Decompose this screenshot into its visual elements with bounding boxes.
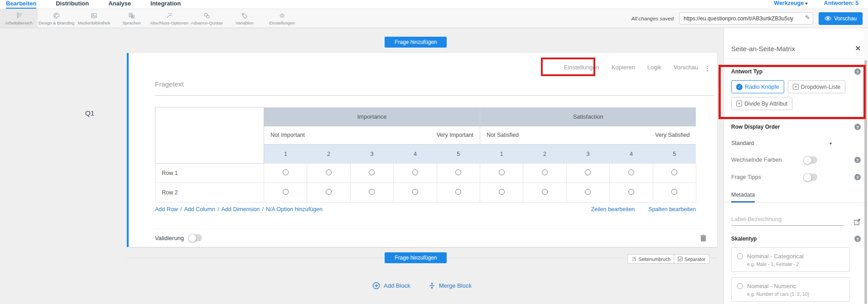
matrix-row-2: Row 2 bbox=[155, 183, 696, 203]
label-designation-input[interactable] bbox=[731, 214, 844, 226]
merge-block-button[interactable]: Merge Block bbox=[429, 282, 472, 290]
preview-button[interactable]: Vorschau bbox=[819, 12, 863, 25]
toolbar-item-medienbibliothek[interactable]: Medienbibliothek bbox=[75, 9, 113, 28]
tab-metadata[interactable]: Metadata bbox=[731, 192, 755, 203]
scale-point: 2 bbox=[307, 145, 350, 164]
page-break-button[interactable]: Seitenumbruch bbox=[627, 254, 675, 264]
matrix-radio[interactable] bbox=[412, 189, 418, 195]
toolbar-item-einstellungen[interactable]: Einstellungen bbox=[263, 9, 301, 28]
panel-title: Seite-an-Seite-Matrix bbox=[731, 45, 795, 53]
survey-url-input[interactable] bbox=[679, 12, 813, 24]
matrix-radio[interactable] bbox=[455, 169, 461, 175]
edit-columns-link[interactable]: Spalten bearbeiten bbox=[648, 206, 696, 212]
separator-button[interactable]: Separator bbox=[674, 254, 709, 264]
question-logic-link[interactable]: Logik bbox=[647, 64, 661, 71]
toolbar-item-arbeitsbereich[interactable]: Arbeitsbereich bbox=[0, 9, 38, 28]
help-icon[interactable]: ? bbox=[854, 236, 861, 242]
matrix-radio[interactable] bbox=[628, 169, 634, 175]
na-option-link[interactable]: N/A Option hinzufügen bbox=[266, 206, 323, 212]
block-actions: Add Block Merge Block bbox=[127, 282, 717, 290]
gear-icon bbox=[278, 12, 286, 19]
matrix-radio[interactable] bbox=[369, 189, 375, 195]
matrix-corner-cell bbox=[155, 107, 264, 164]
toolbar-item-advance-quotas[interactable]: Advance-Quotas bbox=[188, 9, 226, 28]
matrix-radio[interactable] bbox=[542, 189, 548, 195]
matrix-radio[interactable] bbox=[585, 189, 591, 195]
validation-row: Validierung bbox=[155, 228, 706, 241]
validation-toggle[interactable] bbox=[188, 234, 202, 241]
scale-type-label: Skalentyp bbox=[731, 236, 757, 242]
matrix-radio[interactable] bbox=[671, 189, 677, 195]
matrix-row-1: Row 1 bbox=[155, 164, 696, 183]
matrix-radio[interactable] bbox=[283, 189, 289, 195]
scale-type-option-nominal-categorical[interactable]: Nominal - Categorical e.g. Male - 1, Fem… bbox=[731, 247, 850, 272]
scrollbar-thumb[interactable] bbox=[864, 60, 867, 304]
matrix-radio[interactable] bbox=[326, 189, 332, 195]
scale-point: 2 bbox=[523, 145, 566, 164]
alternate-colors-toggle[interactable] bbox=[804, 156, 817, 164]
answer-type-radio-buttons[interactable]: ✓ Radio Knöpfe bbox=[731, 80, 784, 93]
scale-point: 1 bbox=[264, 145, 307, 164]
matrix-radio[interactable] bbox=[455, 189, 461, 195]
matrix-radio[interactable] bbox=[283, 169, 289, 175]
answer-type-divide-by-attribut[interactable]: ▾ Divide By Attribut bbox=[731, 97, 792, 110]
question-settings-link[interactable]: Einstellungen bbox=[564, 64, 599, 71]
add-block-button[interactable]: Add Block bbox=[372, 282, 410, 290]
help-icon[interactable]: ? bbox=[854, 124, 861, 130]
add-question-button-bottom[interactable]: Frage hinzufügen bbox=[385, 252, 447, 263]
matrix-radio[interactable] bbox=[412, 169, 418, 175]
close-icon[interactable]: ✕ bbox=[855, 44, 861, 53]
tools-menu[interactable]: Werkzeuge ▾ bbox=[774, 0, 807, 6]
toolbar-item-sprachen[interactable]: Sprachen bbox=[113, 9, 150, 28]
question-preview-link[interactable]: Vorschau bbox=[674, 64, 698, 71]
question-text-placeholder[interactable]: Fragetext bbox=[155, 80, 715, 96]
scale-type-option-nominal-numeric[interactable]: Nominal - Numeric e.g. Number of cars (1… bbox=[731, 277, 850, 302]
page-break-icon bbox=[632, 256, 637, 261]
question-copy-link[interactable]: Kopieren bbox=[612, 64, 635, 71]
answer-type-dropdown-list[interactable]: ▾ Dropdown-Liste bbox=[788, 80, 846, 93]
scale-point: 5 bbox=[653, 145, 696, 164]
delete-question-trash-icon[interactable] bbox=[700, 234, 706, 241]
question-number: Q1 bbox=[85, 109, 94, 117]
help-icon[interactable]: ? bbox=[854, 157, 861, 163]
matrix-radio[interactable] bbox=[628, 189, 634, 195]
matrix-edit-links: Add Row / Add Column / Add Dimension / N… bbox=[155, 206, 696, 212]
tab-analyse[interactable]: Analyse bbox=[108, 0, 131, 8]
add-dimension-link[interactable]: Add Dimension bbox=[222, 206, 260, 212]
help-icon[interactable]: ? bbox=[854, 174, 861, 180]
tab-integration[interactable]: Integration bbox=[150, 0, 181, 8]
matrix-radio[interactable] bbox=[585, 169, 591, 175]
add-row-link[interactable]: Add Row bbox=[155, 206, 178, 212]
expand-icon[interactable] bbox=[854, 218, 861, 226]
matrix-radio[interactable] bbox=[499, 169, 505, 175]
question-action-menu: Einstellungen Kopieren Logik Vorschau bbox=[564, 58, 698, 77]
question-tips-toggle[interactable] bbox=[804, 174, 817, 181]
matrix-radio[interactable] bbox=[499, 189, 505, 195]
sidebar-scrollbar[interactable] bbox=[864, 28, 868, 304]
tab-bearbeiten[interactable]: Bearbeiten bbox=[6, 0, 36, 9]
toolbar-item-variablen[interactable]: Variablen bbox=[226, 9, 263, 28]
row-label[interactable]: Row 2 bbox=[155, 183, 264, 203]
add-question-button-top[interactable]: Frage hinzufügen bbox=[385, 37, 447, 48]
toolbar-item-abschluss-optionen[interactable]: Abschluss-Optionen bbox=[150, 9, 188, 28]
question-card: Einstellungen Kopieren Logik Vorschau ⋮ … bbox=[127, 53, 717, 247]
toolbar-item-design-branding[interactable]: Design & Branding bbox=[38, 9, 75, 28]
row-display-order-select[interactable]: Standard ▾ bbox=[731, 140, 832, 146]
radio-icon bbox=[737, 253, 743, 259]
row-display-order-label: Row Display Order bbox=[731, 124, 780, 130]
matrix-radio[interactable] bbox=[542, 169, 548, 175]
help-icon[interactable]: ? bbox=[854, 68, 861, 75]
languages-icon bbox=[128, 12, 135, 19]
responses-count[interactable]: Antworten: 5 bbox=[824, 0, 858, 6]
dimension-header-satisfaction: Satisfaction bbox=[480, 107, 696, 126]
edit-url-pencil-icon[interactable]: ✎ bbox=[805, 14, 810, 21]
matrix-radio[interactable] bbox=[369, 169, 375, 175]
more-options-icon[interactable]: ⋮ bbox=[704, 64, 711, 72]
tab-distribution[interactable]: Distribution bbox=[56, 0, 89, 8]
matrix-radio[interactable] bbox=[671, 169, 677, 175]
alternate-colors-label: Wechselnde Farben bbox=[731, 157, 804, 163]
edit-rows-link[interactable]: Zeilen bearbeiten bbox=[591, 206, 635, 212]
row-label[interactable]: Row 1 bbox=[155, 164, 264, 183]
matrix-radio[interactable] bbox=[326, 169, 332, 175]
add-column-link[interactable]: Add Column bbox=[184, 206, 215, 212]
